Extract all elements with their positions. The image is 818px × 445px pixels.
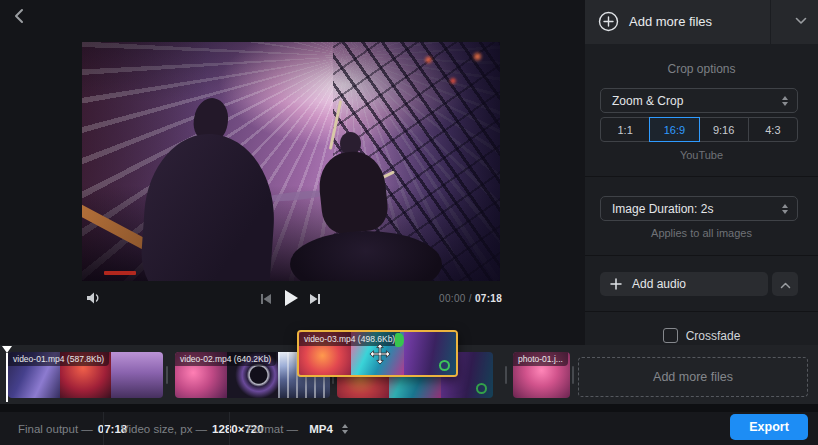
aspect-ratio-group: 1:1 16:9 9:16 4:3 <box>600 117 798 142</box>
previous-frame-button[interactable] <box>258 293 273 308</box>
clip-divider <box>505 366 507 384</box>
crop-mode-value: Zoom & Crop <box>601 94 782 108</box>
next-frame-button[interactable] <box>307 293 322 308</box>
crop-mode-select[interactable]: Zoom & Crop <box>600 88 798 113</box>
timeline-clip-photo-01[interactable]: photo-01.j... <box>513 352 570 398</box>
export-label: Export <box>749 420 789 434</box>
time-current: 00:00 <box>439 293 466 304</box>
back-button[interactable] <box>8 8 28 28</box>
speaker-icon <box>85 290 102 310</box>
guitarist-silhouette <box>138 130 280 281</box>
time-separator: / <box>469 293 472 304</box>
playhead-head <box>2 346 12 353</box>
add-more-files-button[interactable]: Add more files <box>585 0 818 44</box>
divider <box>585 176 818 177</box>
thumbnail-light-decoration <box>476 383 487 394</box>
audio-collapse-button[interactable] <box>772 272 798 296</box>
plus-circle-icon <box>598 11 619 36</box>
divider <box>103 412 104 445</box>
format-label: Format — <box>247 423 298 435</box>
volume-button[interactable] <box>84 291 102 309</box>
playhead[interactable] <box>2 346 12 403</box>
video-size-info: Video size, px — 1280×720 <box>121 412 264 445</box>
crop-options-title: Crop options <box>585 62 818 76</box>
image-duration-value: Image Duration: 2s <box>601 202 782 216</box>
crossfade-checkbox[interactable] <box>663 328 678 343</box>
sidebar: Add more files Crop options Zoom & Crop … <box>585 0 818 352</box>
add-more-files-label: Add more files <box>629 14 712 29</box>
divider <box>770 0 771 44</box>
plus-icon <box>610 278 622 290</box>
add-more-files-dropzone[interactable]: Add more files <box>578 357 808 397</box>
clip-label: video-02.mp4 (640.2Kb) <box>175 352 276 366</box>
video-size-label: Video size, px — <box>121 423 207 435</box>
select-caret-icon <box>342 424 348 434</box>
footer-gap <box>0 404 818 412</box>
time-display: 00:00 / 07:18 <box>400 293 502 304</box>
clip-divider <box>572 366 574 384</box>
time-total: 07:18 <box>475 293 502 304</box>
add-audio-label: Add audio <box>632 277 686 291</box>
image-duration-hint: Applies to all images <box>585 227 818 239</box>
platform-hint: YouTube <box>585 149 818 161</box>
clip-divider <box>166 366 168 384</box>
aspect-16-9-button[interactable]: 16:9 <box>649 117 699 142</box>
aspect-1-1-button[interactable]: 1:1 <box>600 117 650 142</box>
final-output-label: Final output — <box>18 423 93 435</box>
crossfade-row: Crossfade <box>585 328 818 343</box>
chevron-down-icon[interactable] <box>784 17 818 29</box>
video-preview <box>82 42 500 281</box>
clip-label: photo-01.j... <box>513 352 568 366</box>
format-select[interactable]: Format — MP4 <box>247 412 348 445</box>
divider <box>585 311 818 312</box>
drop-marker <box>395 333 404 347</box>
select-caret-icon <box>782 204 797 214</box>
footer-bar: Final output — 07:18 Video size, px — 12… <box>0 412 818 445</box>
format-value: MP4 <box>309 423 333 435</box>
crossfade-label: Crossfade <box>686 329 741 343</box>
move-cursor-icon <box>369 343 391 369</box>
chevron-up-icon <box>780 275 791 293</box>
timeline-clip-video-01[interactable]: video-01.mp4 (587.8Kb) <box>8 352 163 398</box>
playhead-line <box>6 353 8 402</box>
aspect-9-16-button[interactable]: 9:16 <box>699 117 749 142</box>
divider <box>585 255 818 256</box>
skip-previous-icon <box>259 292 273 310</box>
select-caret-icon <box>782 96 797 106</box>
clip-thumbnail <box>111 352 163 398</box>
aspect-4-3-button[interactable]: 4:3 <box>748 117 798 142</box>
add-audio-button[interactable]: Add audio <box>600 272 768 296</box>
dragged-clip-video-03[interactable]: video-03.mp4 (498.6Kb) <box>297 330 458 377</box>
thumbnail-light-decoration <box>439 360 450 371</box>
watermark <box>104 271 136 275</box>
clip-label: video-01.mp4 (587.8Kb) <box>8 352 109 366</box>
export-button[interactable]: Export <box>730 414 808 440</box>
skip-next-icon <box>308 292 322 310</box>
stage-lights-decoration <box>312 42 500 123</box>
dropzone-label: Add more files <box>653 370 733 384</box>
play-icon <box>283 289 299 311</box>
divider <box>229 412 230 445</box>
image-duration-select[interactable]: Image Duration: 2s <box>600 196 798 221</box>
chevron-left-icon <box>13 8 24 28</box>
play-button[interactable] <box>281 290 301 310</box>
final-output-info: Final output — 07:18 <box>18 412 127 445</box>
